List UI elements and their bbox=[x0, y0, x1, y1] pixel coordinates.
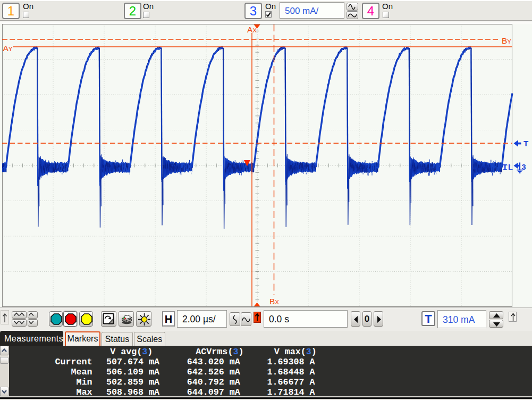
svg-text:BX: BX bbox=[269, 297, 279, 306]
svg-text:IL: IL bbox=[502, 163, 513, 173]
svg-text:3: 3 bbox=[522, 163, 526, 171]
svg-text:T: T bbox=[523, 139, 528, 148]
svg-text:AY: AY bbox=[3, 44, 13, 53]
svg-text:BY: BY bbox=[502, 36, 511, 45]
